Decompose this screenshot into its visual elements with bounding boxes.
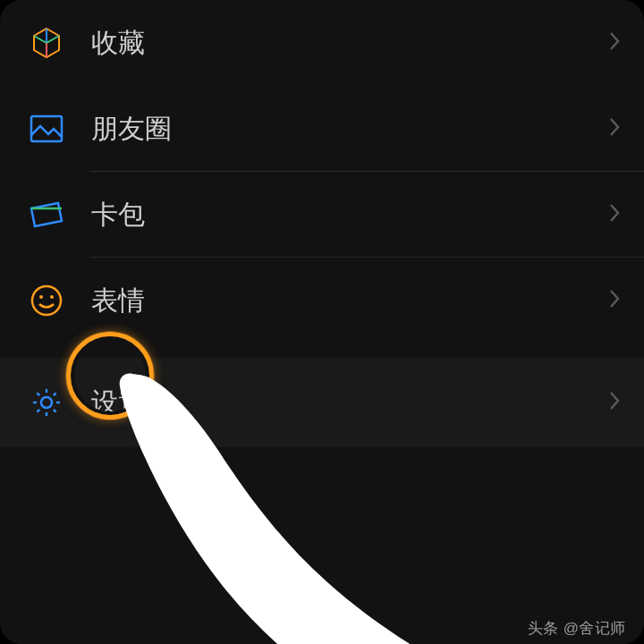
menu-item-favorites[interactable]: 收藏 [0,0,644,86]
wallet-icon [27,195,66,234]
svg-point-4 [41,397,52,408]
smile-icon [27,281,66,320]
menu-item-cards[interactable]: 卡包 [0,172,644,258]
chevron-right-icon [608,30,621,56]
menu-item-label: 表情 [91,283,608,319]
menu-item-label: 设置 [91,385,608,421]
svg-point-2 [39,295,43,299]
menu-item-settings[interactable]: 设置 [0,358,644,447]
menu-item-label: 朋友圈 [91,111,608,148]
cube-icon [27,23,66,63]
chevron-right-icon [608,390,621,416]
chevron-right-icon [608,202,621,228]
svg-point-1 [32,286,61,315]
chevron-right-icon [608,288,621,314]
me-panel: 收藏 朋友圈 [0,0,644,644]
picture-icon [27,109,66,148]
menu-item-moments[interactable]: 朋友圈 [0,86,644,172]
svg-point-3 [50,295,54,299]
menu-item-label: 收藏 [91,25,608,62]
gear-icon [27,383,66,422]
chevron-right-icon [608,116,621,142]
menu-list: 收藏 朋友圈 [0,0,644,447]
menu-item-label: 卡包 [91,197,608,233]
watermark-text: 头条 @舍记师 [528,618,626,639]
menu-item-stickers[interactable]: 表情 [0,258,644,343]
svg-rect-0 [31,116,62,141]
